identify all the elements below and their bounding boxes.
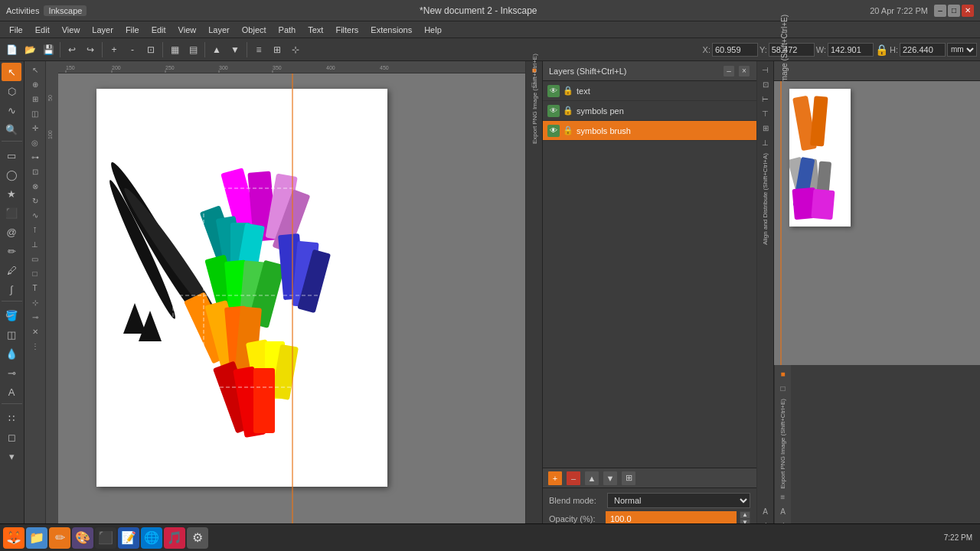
open-button[interactable]: 📂	[21, 41, 38, 58]
snap-guide-btn[interactable]: ◫	[28, 106, 42, 120]
ellipse-tool[interactable]: ◯	[2, 165, 21, 184]
minimize-button[interactable]: –	[934, 5, 946, 17]
taskbar-settings[interactable]: ⚙	[187, 527, 208, 549]
snap-bbox-btn[interactable]: ▭	[28, 252, 42, 266]
bucket-tool[interactable]: 🪣	[2, 306, 21, 324]
canvas-content[interactable]	[58, 73, 525, 534]
layers-close-btn[interactable]: ×	[738, 65, 750, 77]
menu-text[interactable]: Text	[302, 24, 329, 36]
star-tool[interactable]: ★	[2, 184, 21, 203]
gradient-tool[interactable]: ◫	[2, 325, 21, 344]
layer-row-symbols-pen[interactable]: 👁 🔒 symbols pen	[543, 101, 756, 121]
layer-vis-text[interactable]: 👁	[547, 85, 560, 97]
ungroup-button[interactable]: ▤	[185, 41, 201, 58]
activities-label[interactable]: Activities	[6, 6, 39, 15]
taskbar-music[interactable]: 🎵	[164, 527, 185, 549]
menu-layer[interactable]: Layer	[86, 24, 119, 36]
rect-tool[interactable]: ▭	[2, 146, 21, 165]
zoom-fit-button[interactable]: ⊡	[142, 41, 159, 58]
align-button[interactable]: ≡	[250, 41, 267, 58]
zoom-tool[interactable]: 🔍	[2, 120, 21, 139]
align-left-btn[interactable]: ⊣	[759, 63, 773, 77]
layer-row-text[interactable]: 👁 🔒 text	[543, 81, 756, 101]
align-middle-btn[interactable]: ⊞	[759, 121, 773, 135]
raise-button[interactable]: ▲	[208, 41, 225, 58]
save-button[interactable]: 💾	[40, 41, 57, 58]
snap-corners-btn[interactable]: ⊡	[28, 165, 42, 178]
snap-tangent-btn[interactable]: ⊺	[28, 223, 42, 236]
taskbar-gimp[interactable]: 🎨	[72, 527, 93, 549]
layer-lock-symbols-pen[interactable]: 🔒	[563, 106, 573, 116]
connector-tool[interactable]: ⊸	[2, 364, 21, 382]
align-right-btn[interactable]: ⊢	[759, 92, 773, 106]
menu-help[interactable]: Help	[418, 24, 448, 36]
taskbar-text[interactable]: 📝	[118, 527, 139, 549]
snap-to-btn[interactable]: ⊸	[28, 310, 42, 324]
layer-vis-symbols-brush[interactable]: 👁	[547, 125, 560, 137]
snap-nodes-btn[interactable]: ↖	[28, 63, 42, 77]
new-button[interactable]: 📄	[3, 41, 20, 58]
menu-edit[interactable]: Edit	[29, 24, 56, 36]
right-stroke-btn[interactable]: □	[776, 381, 790, 395]
snap-button[interactable]: ⊹	[287, 41, 304, 58]
tweak-tool[interactable]: ∿	[2, 101, 21, 119]
delete-layer-btn[interactable]: –	[566, 471, 581, 486]
close-button[interactable]: ✕	[962, 5, 974, 17]
w-input[interactable]	[828, 43, 874, 57]
menu-layer2[interactable]: Layer	[202, 24, 236, 36]
snap-from-btn[interactable]: ⊹	[28, 295, 42, 309]
snap-perp-btn[interactable]: ⊥	[28, 237, 42, 251]
pencil-tool[interactable]: ✏	[2, 242, 21, 260]
h-input[interactable]	[900, 43, 946, 57]
menu-extensions[interactable]: Extensions	[364, 24, 418, 36]
spray-tool[interactable]: ∷	[2, 409, 21, 427]
eyedrop-tool[interactable]: ▾	[2, 447, 21, 465]
spiral-tool[interactable]: @	[2, 223, 21, 241]
layer-vis-symbols-pen[interactable]: 👁	[547, 105, 560, 117]
snap-custom-btn[interactable]: ✕	[28, 324, 42, 338]
align-center-btn[interactable]: ⊡	[759, 77, 773, 91]
right-document-canvas[interactable]	[774, 81, 980, 365]
document-canvas[interactable]	[96, 89, 387, 487]
eraser-tool[interactable]: ◻	[2, 428, 21, 446]
maximize-button[interactable]: □	[948, 5, 960, 17]
menu-filters[interactable]: Filters	[329, 24, 364, 36]
select-tool[interactable]: ↖	[2, 63, 21, 81]
snap-paths-btn[interactable]: ⊕	[28, 77, 42, 91]
snap-grid-btn[interactable]: ⊞	[28, 92, 42, 106]
menu-file2[interactable]: File	[119, 24, 145, 36]
zoom-in-button[interactable]: +	[106, 41, 122, 58]
menu-edit2[interactable]: Edit	[145, 24, 172, 36]
3d-box-tool[interactable]: ⬛	[2, 204, 21, 222]
snap-edges-btn[interactable]: ⊶	[28, 150, 42, 164]
taskbar-files[interactable]: 📁	[26, 527, 47, 549]
lower-button[interactable]: ▼	[227, 41, 243, 58]
taskbar-firefox[interactable]: 🦊	[3, 527, 24, 549]
x-input[interactable]	[712, 43, 758, 57]
snap-page-btn[interactable]: □	[28, 266, 42, 280]
layer-lock-symbols-brush[interactable]: 🔒	[563, 126, 573, 136]
layer-down-btn[interactable]: ▼	[603, 471, 618, 486]
pen-tool[interactable]: 🖊	[2, 261, 21, 279]
blend-mode-select[interactable]: Normal Multiply Screen Overlay	[607, 493, 750, 508]
snap-more-btn[interactable]: ⋮	[28, 339, 42, 353]
node-tool[interactable]: ⬡	[2, 82, 21, 100]
snap-text-btn[interactable]: T	[28, 281, 42, 295]
canvas-area[interactable]: 150 200 250 300 350 400 450 50 100	[46, 61, 525, 534]
y-input[interactable]	[769, 43, 815, 57]
menu-view[interactable]: View	[56, 24, 87, 36]
snap-midpoints-btn[interactable]: ✛	[28, 121, 42, 135]
layers-minimize-btn[interactable]: –	[723, 65, 735, 77]
layer-dup-btn[interactable]: ⊞	[621, 471, 636, 486]
distribute-button[interactable]: ⊞	[269, 41, 286, 58]
taskbar-inkscape[interactable]: ✏	[49, 527, 70, 549]
app-indicator[interactable]: Inkscape	[44, 5, 87, 16]
menu-file[interactable]: File	[3, 24, 29, 36]
export-btn[interactable]: Export PNG Image (Shift+Ctrl+E)	[528, 92, 541, 106]
fill-stroke-btn[interactable]: A	[759, 504, 773, 518]
align-top-btn[interactable]: ⊤	[759, 106, 773, 120]
redo-button[interactable]: ↪	[82, 41, 99, 58]
right-align-btn[interactable]: ≡	[776, 490, 790, 504]
taskbar-terminal[interactable]: ⬛	[95, 527, 116, 549]
menu-view2[interactable]: View	[172, 24, 203, 36]
